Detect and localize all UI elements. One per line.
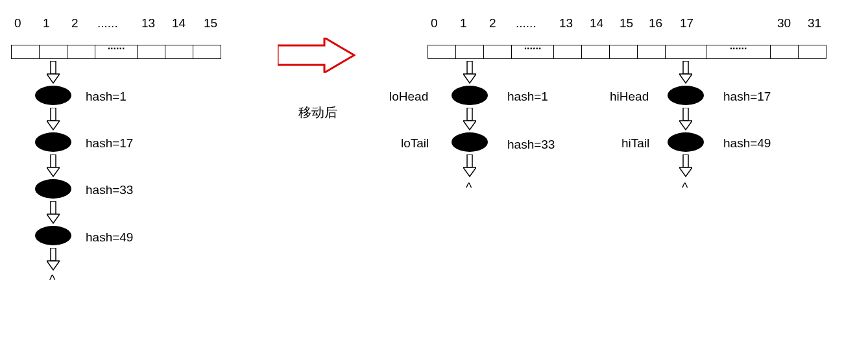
null-terminator: ^	[466, 180, 472, 195]
right-idx-30: 30	[777, 16, 791, 31]
list-node	[668, 86, 704, 105]
left-idx-1: 1	[43, 16, 50, 31]
list-node	[452, 132, 488, 152]
svg-rect-21	[683, 154, 688, 167]
right-cell	[770, 45, 799, 59]
svg-marker-20	[679, 121, 692, 130]
svg-rect-2	[51, 108, 56, 121]
hash-label: hash=1	[86, 90, 127, 104]
left-cell	[165, 45, 193, 59]
down-arrow-icon	[47, 108, 60, 131]
left-cell-dots: ······	[95, 45, 138, 59]
svg-rect-17	[683, 61, 688, 74]
right-idx-15: 15	[620, 16, 633, 31]
right-idx-2: 2	[489, 16, 496, 31]
right-cell	[581, 45, 610, 59]
list-node	[35, 132, 71, 152]
down-arrow-icon	[679, 154, 692, 178]
svg-marker-22	[679, 167, 692, 177]
svg-marker-10	[278, 38, 354, 73]
left-idx-15: 15	[204, 16, 217, 31]
right-idx-16: 16	[649, 16, 662, 31]
down-arrow-icon	[47, 248, 60, 271]
right-idx-13: 13	[559, 16, 573, 31]
hash-label: hash=33	[507, 138, 555, 152]
svg-rect-4	[51, 154, 56, 167]
hash-label: hash=17	[86, 136, 133, 151]
svg-marker-12	[463, 74, 476, 83]
right-cell	[665, 45, 706, 59]
left-idx-2: 2	[71, 16, 78, 31]
svg-marker-9	[47, 261, 60, 270]
svg-marker-3	[47, 121, 60, 130]
svg-marker-18	[679, 74, 692, 83]
left-cell	[39, 45, 67, 59]
hash-label: hash=49	[723, 136, 771, 151]
right-cell	[609, 45, 638, 59]
svg-marker-14	[463, 121, 476, 130]
right-cell-dots: ······	[511, 45, 554, 59]
svg-rect-11	[467, 61, 472, 74]
right-idx-31: 31	[808, 16, 821, 31]
hash-label: hash=49	[86, 230, 133, 245]
left-idx-14: 14	[172, 16, 186, 31]
hash-label: hash=17	[723, 90, 771, 104]
left-idx-0: 0	[14, 16, 21, 31]
down-arrow-icon	[463, 154, 476, 178]
null-terminator: ^	[49, 273, 55, 287]
left-cell	[193, 45, 221, 59]
left-cell	[67, 45, 95, 59]
lotail-label: loTail	[401, 136, 429, 151]
svg-marker-1	[47, 74, 60, 83]
right-cell-dots: ······	[706, 45, 771, 59]
svg-marker-5	[47, 167, 60, 177]
down-arrow-icon	[679, 108, 692, 131]
down-arrow-icon	[47, 61, 60, 84]
right-idx-17: 17	[680, 16, 693, 31]
right-cell	[428, 45, 456, 59]
lohead-label: loHead	[389, 90, 428, 104]
down-arrow-icon	[47, 154, 60, 178]
hash-label: hash=33	[86, 183, 133, 197]
left-idx-dots: ......	[97, 16, 118, 31]
right-cell	[637, 45, 666, 59]
svg-rect-13	[467, 108, 472, 121]
svg-rect-6	[51, 201, 56, 214]
right-idx-14: 14	[590, 16, 603, 31]
svg-rect-0	[51, 61, 56, 74]
list-node	[452, 86, 488, 105]
center-label: 移动后	[298, 104, 337, 121]
null-terminator: ^	[682, 180, 688, 195]
hitail-label: hiTail	[621, 136, 649, 151]
list-node	[35, 226, 71, 245]
left-cell	[11, 45, 40, 59]
down-arrow-icon	[463, 61, 476, 84]
list-node	[35, 179, 71, 199]
right-cell	[455, 45, 484, 59]
hihead-label: hiHead	[610, 90, 649, 104]
svg-marker-7	[47, 214, 60, 223]
down-arrow-icon	[47, 201, 60, 225]
svg-marker-16	[463, 167, 476, 177]
right-cell	[553, 45, 582, 59]
svg-rect-8	[51, 248, 56, 261]
right-cell	[798, 45, 826, 59]
list-node	[668, 132, 704, 152]
down-arrow-icon	[679, 61, 692, 84]
list-node	[35, 86, 71, 105]
left-cell	[137, 45, 165, 59]
right-cell	[483, 45, 512, 59]
svg-rect-19	[683, 108, 688, 121]
left-idx-13: 13	[141, 16, 155, 31]
svg-rect-15	[467, 154, 472, 167]
big-right-arrow-icon	[278, 38, 356, 73]
down-arrow-icon	[463, 108, 476, 131]
hash-label: hash=1	[507, 90, 548, 104]
right-idx-0: 0	[431, 16, 438, 31]
right-idx-dots1: ......	[516, 16, 536, 31]
right-idx-1: 1	[460, 16, 467, 31]
